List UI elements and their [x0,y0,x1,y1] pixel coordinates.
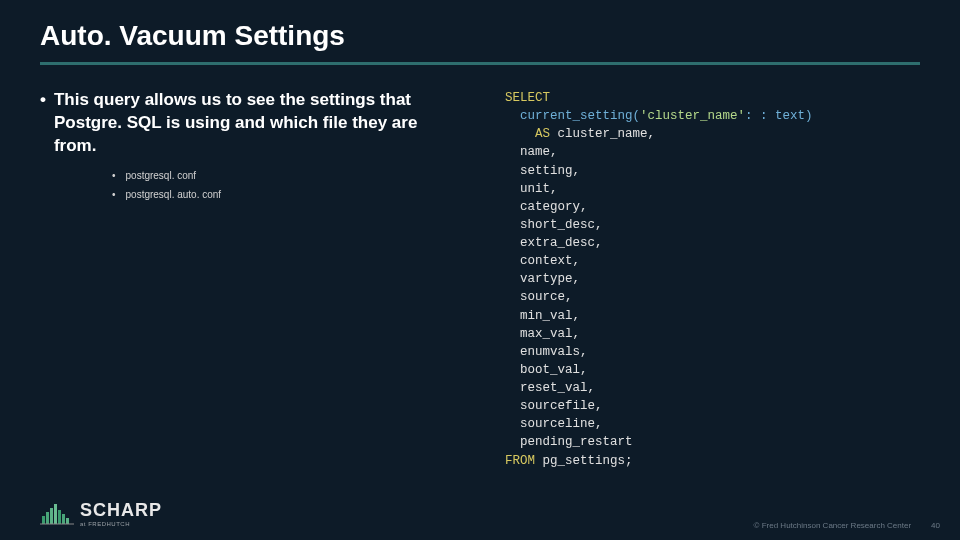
sql-col: unit, [520,182,558,196]
sql-col: max_val, [520,327,580,341]
sub-bullet-dot: • [112,170,116,181]
sql-col: short_desc, [520,218,603,232]
bullet-dot: • [40,89,46,158]
sql-col: pending_restart [520,435,633,449]
sub-item: • postgresql. auto. conf [112,189,455,200]
logo-sub: at FREDHUTCH [80,521,162,527]
sql-col: sourceline, [520,417,603,431]
sql-code-block: SELECT current_setting('cluster_name': :… [505,89,920,470]
bullet-main: • This query allows us to see the settin… [40,89,455,158]
page-number: 40 [931,521,940,530]
title-divider [40,62,920,65]
svg-rect-0 [42,516,45,524]
slide: Auto. Vacuum Settings • This query allow… [0,0,960,540]
left-column: • This query allows us to see the settin… [40,89,465,510]
content-area: • This query allows us to see the settin… [40,89,920,510]
sql-string: 'cluster_name' [640,109,745,123]
right-column: SELECT current_setting('cluster_name': :… [505,89,920,510]
slide-title: Auto. Vacuum Settings [40,20,920,52]
logo-name: SCHARP [80,501,162,519]
sql-col: category, [520,200,588,214]
sql-cast: : : text) [745,109,813,123]
sub-item-text: postgresql. auto. conf [126,189,222,200]
bullet-text: This query allows us to see the settings… [54,89,455,158]
sql-col: enumvals, [520,345,588,359]
sub-item-text: postgresql. conf [126,170,197,181]
footer-right: © Fred Hutchinson Cancer Research Center… [754,521,940,530]
svg-rect-5 [62,514,65,524]
sql-col: boot_val, [520,363,588,377]
sql-keyword: FROM [505,454,535,468]
sql-col: source, [520,290,573,304]
sql-col: min_val, [520,309,580,323]
svg-rect-4 [58,510,61,524]
sql-alias: cluster_name, [550,127,655,141]
sub-list: • postgresql. conf • postgresql. auto. c… [112,170,455,200]
svg-rect-3 [54,504,57,524]
logo-icon [40,498,74,530]
sql-col: context, [520,254,580,268]
svg-rect-2 [50,508,53,524]
sql-table: pg_settings; [535,454,633,468]
sql-keyword: SELECT [505,91,550,105]
sql-col: vartype, [520,272,580,286]
sub-item: • postgresql. conf [112,170,455,181]
svg-rect-1 [46,512,49,524]
svg-rect-6 [66,518,69,524]
sql-function: current_setting( [520,109,640,123]
footer: SCHARP at FREDHUTCH © Fred Hutchinson Ca… [40,498,940,530]
sql-col: extra_desc, [520,236,603,250]
sql-keyword: AS [535,127,550,141]
sub-bullet-dot: • [112,189,116,200]
logo-text: SCHARP at FREDHUTCH [80,501,162,527]
sql-col: setting, [520,164,580,178]
sql-col: name, [520,145,558,159]
sql-col: sourcefile, [520,399,603,413]
sql-col: reset_val, [520,381,595,395]
logo: SCHARP at FREDHUTCH [40,498,162,530]
copyright-text: © Fred Hutchinson Cancer Research Center [754,521,912,530]
